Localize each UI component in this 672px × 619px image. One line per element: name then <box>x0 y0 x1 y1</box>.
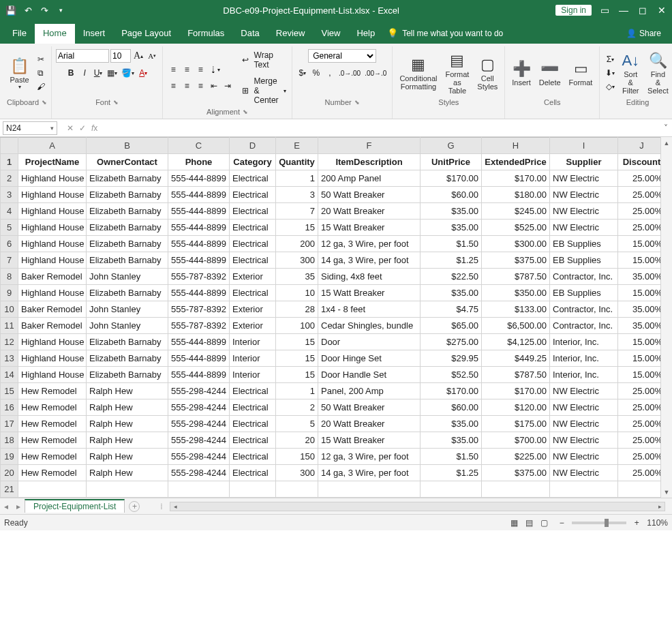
cell[interactable]: $170.00 <box>482 383 550 399</box>
cell[interactable]: Hew Remodel <box>18 449 87 465</box>
cell[interactable]: ItemDescription <box>318 154 421 170</box>
name-box[interactable]: N24▾ <box>3 121 57 135</box>
tab-formulas[interactable]: Formulas <box>179 24 232 44</box>
cell[interactable]: ProjectName <box>18 154 87 170</box>
cell[interactable]: 555-298-4244 <box>168 465 230 481</box>
cell[interactable]: 300 <box>276 465 318 481</box>
cancel-formula-icon[interactable]: ✕ <box>67 123 74 133</box>
number-format-combo[interactable]: General <box>308 49 376 63</box>
cell[interactable]: EB Supplies <box>550 236 618 252</box>
shrink-font-icon[interactable]: A▾ <box>146 50 158 62</box>
col-header-F[interactable]: F <box>318 138 421 154</box>
cell[interactable]: Electrical <box>230 285 276 301</box>
comma-icon[interactable]: , <box>324 67 336 79</box>
cell[interactable]: 25.00% <box>618 449 661 465</box>
cell[interactable]: 555-298-4244 <box>168 449 230 465</box>
cell[interactable]: Hew Remodel <box>18 465 87 481</box>
share-button[interactable]: 👤 Share <box>622 25 668 44</box>
spreadsheet-grid[interactable]: ABCDEFGHIJK1ProjectNameOwnerContactPhone… <box>0 137 660 498</box>
align-top-icon[interactable]: ≡ <box>167 63 179 76</box>
format-painter-icon[interactable]: 🖌 <box>35 80 47 93</box>
cell[interactable]: NW Electric <box>550 187 618 203</box>
cell[interactable]: Hew Remodel <box>18 399 87 416</box>
align-right-icon[interactable]: ≡ <box>194 80 207 92</box>
sheet-tab[interactable]: Project-Equipment-List <box>25 499 125 513</box>
cell[interactable]: Ralph Hew <box>87 416 168 432</box>
clear-icon[interactable]: ◇ ▾ <box>604 80 616 93</box>
cell[interactable]: 555-444-8899 <box>168 203 230 220</box>
cell[interactable]: 15.00% <box>618 334 661 350</box>
cell[interactable]: $120.00 <box>482 399 550 416</box>
cell[interactable]: $700.00 <box>482 432 550 449</box>
conditional-formatting-button[interactable]: ▦Conditional Formatting <box>397 54 440 92</box>
grow-font-icon[interactable]: A▴ <box>132 49 144 63</box>
cell[interactable]: 20 <box>276 432 318 449</box>
cell[interactable]: 555-444-8899 <box>168 170 230 187</box>
cell[interactable]: $1.50 <box>421 236 482 252</box>
merge-center-button[interactable]: ⊞ Merge & Center ▾ <box>241 75 288 106</box>
tab-file[interactable]: File <box>4 24 35 44</box>
cell[interactable]: 15.00% <box>618 367 661 383</box>
cell[interactable]: Exterior <box>230 318 276 334</box>
cell[interactable] <box>318 481 421 498</box>
cell[interactable]: Interior <box>230 350 276 367</box>
cell[interactable]: Electrical <box>230 203 276 220</box>
cell[interactable]: Exterior <box>230 269 276 285</box>
undo-icon[interactable]: ↶ <box>22 4 34 17</box>
new-sheet-icon[interactable]: + <box>129 501 140 512</box>
sign-in-button[interactable]: Sign in <box>555 5 592 16</box>
cell[interactable] <box>276 481 318 498</box>
font-color-icon[interactable]: A▾ <box>137 67 149 79</box>
cell[interactable]: 555-444-8899 <box>168 285 230 301</box>
cell[interactable]: 10 <box>276 285 318 301</box>
increase-indent-icon[interactable]: ⇥ <box>222 80 234 92</box>
vertical-scrollbar[interactable]: ▲ ▼ <box>660 137 672 498</box>
cell[interactable]: $275.00 <box>421 334 482 350</box>
cell[interactable]: Door Handle Set <box>318 367 421 383</box>
cell[interactable]: $1.50 <box>421 449 482 465</box>
col-header-E[interactable]: E <box>276 138 318 154</box>
italic-button[interactable]: I <box>78 67 91 79</box>
fill-color-icon[interactable]: 🪣▾ <box>120 67 136 79</box>
cell[interactable]: $65.00 <box>421 318 482 334</box>
cell[interactable] <box>87 481 168 498</box>
tab-page-layout[interactable]: Page Layout <box>113 24 179 44</box>
cell[interactable]: $375.00 <box>482 465 550 481</box>
cell[interactable]: 15.00% <box>618 285 661 301</box>
cell[interactable]: 14 ga, 3 Wire, per foot <box>318 465 421 481</box>
cell[interactable]: $245.00 <box>482 203 550 220</box>
maximize-icon[interactable]: ◻ <box>637 5 649 16</box>
cell[interactable]: Contractor, Inc. <box>550 301 618 318</box>
page-break-view-icon[interactable]: ▢ <box>538 517 550 529</box>
percent-icon[interactable]: % <box>310 67 322 79</box>
tab-review[interactable]: Review <box>268 24 314 44</box>
cell[interactable]: Baker Remodel <box>18 318 87 334</box>
cell[interactable]: Elizabeth Barnaby <box>87 236 168 252</box>
cell[interactable]: 100 <box>276 318 318 334</box>
row-header[interactable]: 21 <box>1 481 18 498</box>
cell[interactable]: $375.00 <box>482 252 550 269</box>
cell[interactable] <box>18 481 87 498</box>
cell[interactable]: 35.00% <box>618 318 661 334</box>
expand-formula-bar-icon[interactable]: ˅ <box>660 123 672 133</box>
row-header[interactable]: 4 <box>1 203 18 220</box>
cell[interactable]: Electrical <box>230 170 276 187</box>
cell[interactable]: NW Electric <box>550 203 618 220</box>
clipboard-launcher-icon[interactable]: ⬊ <box>42 99 47 106</box>
cell[interactable]: 555-787-8392 <box>168 318 230 334</box>
cell[interactable]: 555-787-8392 <box>168 301 230 318</box>
cell[interactable]: Electrical <box>230 432 276 449</box>
cell[interactable]: Exterior <box>230 301 276 318</box>
cell[interactable]: 555-298-4244 <box>168 416 230 432</box>
cell[interactable]: Supplier <box>550 154 618 170</box>
delete-cells-button[interactable]: ➖Delete <box>536 58 564 88</box>
select-all-corner[interactable] <box>1 138 18 154</box>
cell[interactable]: Interior <box>230 367 276 383</box>
tab-view[interactable]: View <box>313 24 348 44</box>
cut-icon[interactable]: ✂ <box>35 53 47 65</box>
cell[interactable]: 28 <box>276 301 318 318</box>
cell[interactable]: Elizabeth Barnaby <box>87 334 168 350</box>
cell[interactable]: UnitPrice <box>421 154 482 170</box>
cell[interactable]: 25.00% <box>618 416 661 432</box>
font-name-combo[interactable] <box>56 49 109 63</box>
